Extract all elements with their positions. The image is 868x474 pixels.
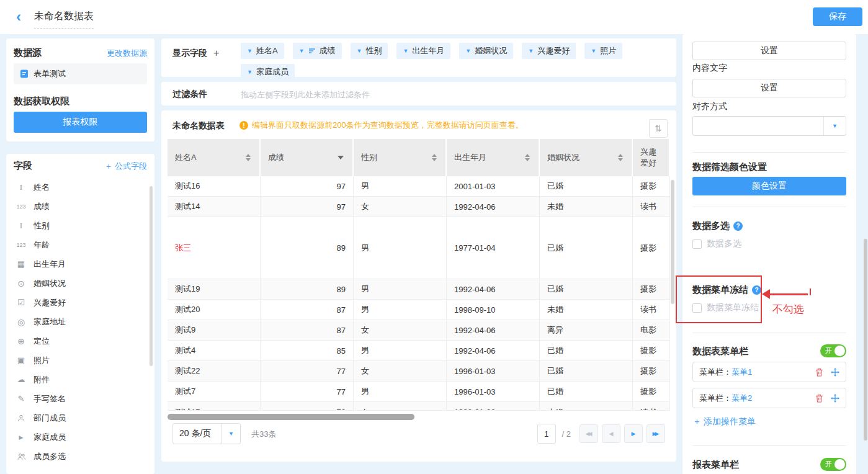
menu-item-2[interactable]: 菜单栏： 菜单2 [692, 388, 846, 408]
tag-photo[interactable]: ▼照片 [584, 43, 622, 59]
data-table-card: 未命名数据表 ! 编辑界面只取数据源前200条作为查询数据预览，完整数据请访问页… [161, 110, 676, 462]
menu-item-1[interactable]: 菜单栏： 菜单1 [692, 362, 846, 382]
menu-name-link[interactable]: 菜单1 [732, 367, 752, 378]
align-select[interactable]: ▼ [692, 116, 846, 136]
data-table: 姓名A 成绩 性别 出生年月 婚姻状况 兴趣爱好 测试1697男2001-01-… [168, 139, 670, 411]
save-button[interactable]: 保存 [813, 7, 862, 26]
tag-family-member[interactable]: ▼家庭成员 [241, 64, 295, 80]
table-row[interactable]: 测试2087男1998-09-10未婚读书 [168, 300, 670, 320]
report-permission-button[interactable]: 报表权限 [14, 112, 147, 133]
annotation-arrow-tick [810, 288, 811, 295]
prev-page-button[interactable]: ◀ [602, 424, 620, 443]
annotation-text: 不勾选 [772, 302, 804, 316]
multi-select-checkbox-row: 数据多选 [692, 238, 741, 249]
color-settings-button[interactable]: 颜色设置 [692, 177, 846, 195]
column-header[interactable]: 兴趣爱好 [633, 139, 670, 176]
field-item-photo[interactable]: 照片 [6, 351, 154, 370]
field-item-member-multi[interactable]: 成员多选 [6, 447, 154, 466]
trash-icon[interactable] [815, 368, 823, 377]
column-header[interactable]: 成绩 [261, 139, 354, 176]
page-number-input[interactable]: 1 [537, 424, 556, 444]
column-header[interactable]: 婚姻状况 [540, 139, 633, 176]
back-icon[interactable]: ‹ [16, 8, 21, 25]
tag-marital[interactable]: ▼婚姻状况 [459, 43, 513, 59]
settings-button-top[interactable]: 设置 [692, 42, 846, 60]
table-row[interactable]: 测试1497女1992-04-06未婚读书 [168, 197, 670, 217]
help-icon[interactable]: ? [733, 221, 743, 231]
last-page-button[interactable]: ▶▶ [647, 424, 665, 443]
menu-name-link[interactable]: 菜单2 [732, 393, 752, 404]
field-item-position[interactable]: 定位 [6, 331, 154, 351]
tag-hobby[interactable]: ▼兴趣爱好 [522, 43, 576, 59]
table-vertical-scrollbar[interactable] [671, 180, 674, 304]
annotation-arrow-line [769, 293, 808, 295]
field-item-family-member[interactable]: 家庭成员 [6, 427, 154, 447]
radio-icon [15, 279, 27, 288]
trash-icon[interactable] [815, 394, 823, 403]
table-row[interactable]: 测试485男1992-04-06已婚摄影 [168, 341, 670, 361]
table-row[interactable]: 测试1989男1992-04-06已婚摄影 [168, 279, 670, 300]
tag-birth[interactable]: ▼出生年月 [396, 43, 450, 59]
field-item-attachment[interactable]: 附件 [6, 370, 154, 389]
add-operation-menu-link[interactable]: ＋ 添加操作菜单 [692, 416, 756, 427]
table-row[interactable]: 测试777男1996-01-03已婚摄影 [168, 382, 670, 402]
menu-freeze-checkbox[interactable] [692, 303, 702, 313]
window-scrollbar[interactable] [864, 239, 867, 440]
tag-name[interactable]: ▼姓名A [241, 43, 284, 59]
page-title[interactable]: 未命名数据表 [34, 10, 94, 29]
field-item-hobby[interactable]: 兴趣爱好 [6, 293, 154, 312]
add-formula-field-link[interactable]: ＋ 公式字段 [104, 161, 147, 172]
total-count-label: 共33条 [251, 429, 276, 440]
filter-dropzone[interactable]: 拖动左侧字段到此处来添加过滤条件 [241, 89, 370, 101]
field-item-birth[interactable]: 出生年月 [6, 254, 154, 274]
move-icon[interactable] [831, 368, 839, 377]
location-icon [15, 317, 27, 327]
field-item-name[interactable]: 姓名 [6, 177, 154, 197]
sort-desc-arrow-icon[interactable] [338, 156, 344, 159]
sort-arrows-icon[interactable] [246, 154, 251, 161]
table-row[interactable]: 测试1697男2001-01-03已婚摄影 [168, 176, 670, 197]
report-menu-toggle[interactable]: 开 [820, 458, 846, 471]
column-header[interactable]: 性别 [354, 139, 447, 176]
multi-select-checkbox[interactable] [692, 239, 702, 249]
field-item-score[interactable]: 成绩 [6, 197, 154, 216]
field-item-gender[interactable]: 性别 [6, 216, 154, 235]
move-icon[interactable] [831, 394, 839, 403]
fields-scrollbar[interactable] [150, 186, 153, 366]
help-icon[interactable]: ? [752, 285, 761, 295]
menu-prefix: 菜单栏： [699, 393, 732, 404]
table-row[interactable]: 测试2277女1996-01-03已婚摄影 [168, 361, 670, 382]
settings-button-content[interactable]: 设置 [692, 79, 846, 97]
table-row[interactable]: 测试987女1992-04-06离异电影 [168, 320, 670, 341]
first-page-button[interactable]: ◀◀ [579, 424, 598, 443]
datasource-item[interactable]: 表单测试 [14, 63, 147, 84]
field-item-address[interactable]: 家庭地址 [6, 312, 154, 331]
field-item-dept-member[interactable]: 部门成员 [6, 408, 154, 427]
tag-gender[interactable]: ▼性别 [351, 43, 388, 59]
sort-arrows-icon[interactable] [618, 154, 623, 161]
field-item-signature[interactable]: 手写签名 [6, 389, 154, 408]
sort-toggle-button[interactable]: ⇅ [649, 119, 668, 138]
table-row-clipped[interactable]: 测试1776女1993-01-03未婚读书 [168, 402, 670, 411]
divider [692, 445, 846, 446]
table-row[interactable]: 张三89男1977-01-04已婚摄影 [168, 217, 670, 279]
report-menu-heading: 报表菜单栏 [692, 459, 739, 471]
filter-label: 过滤条件 [172, 89, 207, 100]
column-header[interactable]: 出生年月 [447, 139, 540, 176]
field-item-age[interactable]: 年龄 [6, 235, 154, 254]
page-size-select[interactable]: 20 条/页 ▼ [172, 423, 241, 444]
field-item-marital[interactable]: 婚姻状况 [6, 274, 154, 293]
table-horizontal-scrollbar[interactable] [168, 414, 414, 420]
sort-arrows-icon[interactable] [432, 154, 437, 161]
add-display-field-button[interactable]: + [213, 48, 219, 59]
top-bar: ‹ 未命名数据表 保存 [0, 0, 868, 34]
chevron-down-icon: ▼ [465, 48, 471, 54]
datasource-item-label: 表单测试 [34, 68, 66, 79]
next-page-button[interactable]: ▶ [624, 424, 643, 443]
sort-arrows-icon[interactable] [525, 154, 530, 161]
table-menu-toggle[interactable]: 开 [820, 344, 846, 357]
column-header[interactable]: 姓名A [168, 139, 261, 176]
tag-score[interactable]: ▼成绩 [293, 43, 342, 59]
number-field-icon [15, 203, 27, 210]
change-datasource-link[interactable]: 更改数据源 [107, 48, 147, 59]
